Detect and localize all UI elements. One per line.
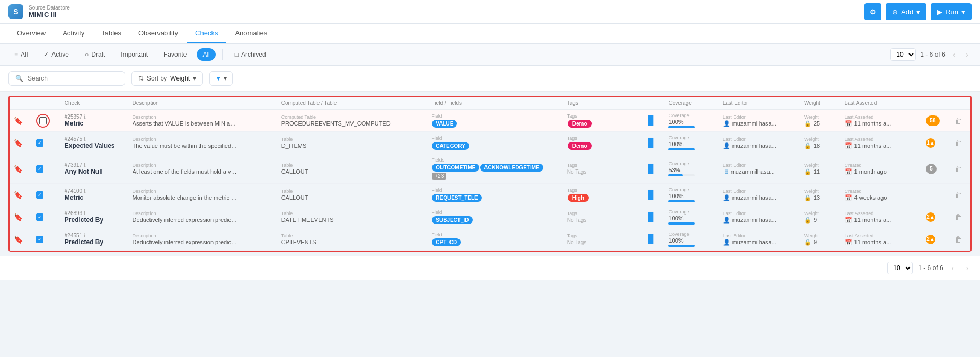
check-name[interactable]: Expected Values xyxy=(65,142,124,149)
field-tag: VALUE xyxy=(432,120,457,128)
tab-activity[interactable]: Activity xyxy=(54,24,93,43)
field-tag: REQUEST_TELE xyxy=(432,194,481,202)
col-actions xyxy=(950,97,970,110)
desc-text: At least one of the fields must hold a v… xyxy=(133,168,239,175)
bookmark-icon[interactable]: 🔖 xyxy=(14,165,23,173)
no-tags: No Tags xyxy=(567,169,587,175)
bookmark-icon[interactable]: 🔖 xyxy=(14,139,23,147)
filter-archived-label: Archived xyxy=(241,51,266,58)
weight-label: Weight xyxy=(804,189,836,194)
tag: High xyxy=(568,194,589,202)
filter-active[interactable]: ✓ Active xyxy=(38,48,75,61)
add-button[interactable]: ⊕ Add ▾ xyxy=(886,3,926,20)
next-page-bottom[interactable]: › xyxy=(963,263,972,273)
row-checkbox[interactable]: ✓ xyxy=(36,213,43,221)
table-row: 🔖✓#24551 ℹ Predicted ByDescription Deduc… xyxy=(10,228,970,251)
row-checkbox[interactable] xyxy=(39,117,47,124)
delete-icon[interactable]: 🗑 xyxy=(955,165,962,173)
coverage-bar-icon: ▊ xyxy=(648,138,655,147)
bookmark-icon[interactable]: 🔖 xyxy=(14,117,23,125)
badge-cell: 58 xyxy=(922,110,950,132)
tag: Demo xyxy=(568,120,592,128)
check-id: #24575 ℹ xyxy=(65,136,124,142)
tab-overview[interactable]: Overview xyxy=(8,24,54,43)
filter-favorite[interactable]: Favorite xyxy=(158,48,192,61)
field-label: Field xyxy=(431,113,559,119)
per-page-select-top[interactable]: 10 25 50 xyxy=(890,48,916,61)
filter-important[interactable]: Important xyxy=(115,48,154,61)
table-row: 🔖✓#74100 ℹ MetricDescription Monitor abs… xyxy=(10,184,970,206)
check-name[interactable]: Predicted By xyxy=(65,238,124,246)
coverage-icon-cell: ▊ xyxy=(644,228,664,251)
check-name[interactable]: Metric xyxy=(65,120,124,127)
coverage-bar-track xyxy=(668,245,695,247)
tab-tables[interactable]: Tables xyxy=(93,24,130,43)
bookmark-icon[interactable]: 🔖 xyxy=(14,235,23,244)
fields-tags: REQUEST_TELE xyxy=(431,193,559,202)
delete-icon[interactable]: 🗑 xyxy=(955,235,962,244)
alert-badge: 5 xyxy=(926,164,937,174)
tab-checks[interactable]: Checks xyxy=(187,24,226,43)
table-row: 🔖✓#73917 ℹ Any Not NullDescription At le… xyxy=(10,154,970,184)
coverage-bar-track xyxy=(668,174,695,176)
run-icon: ▶ xyxy=(937,8,942,16)
filter-all-selected[interactable]: All xyxy=(197,48,215,61)
check-name[interactable]: Any Not Null xyxy=(65,168,124,175)
sort-button[interactable]: ⇅ Sort by Weight ▾ xyxy=(131,71,203,86)
row-checkbox[interactable]: ✓ xyxy=(36,139,43,147)
tag: Demo xyxy=(568,142,592,150)
filter-archived[interactable]: □ Archived xyxy=(229,48,272,61)
calendar-icon: 📅 xyxy=(845,120,852,127)
search-input[interactable] xyxy=(28,75,118,82)
fields-cell: Field CPT_CD xyxy=(427,228,563,251)
actions-cell: 🗑 xyxy=(950,184,970,206)
weight-label: Weight xyxy=(804,163,836,168)
checkbox-cell xyxy=(32,110,60,132)
editor-cell: Last Editor 👤 muzammilhasa... xyxy=(719,206,800,228)
asserted-value: 📅 11 months a... xyxy=(845,120,917,127)
coverage-cell: Coverage 100% xyxy=(664,228,718,251)
filter-draft[interactable]: ○ Draft xyxy=(79,48,111,61)
field-tag: CATEGORY xyxy=(432,142,469,150)
next-page-top[interactable]: › xyxy=(963,49,972,60)
run-button[interactable]: ▶ Run ▾ xyxy=(931,3,972,20)
editor-icon: 👤 xyxy=(723,239,730,246)
check-name[interactable]: Predicted By xyxy=(65,216,124,224)
coverage-label: Coverage xyxy=(668,135,714,140)
bookmark-icon[interactable]: 🔖 xyxy=(14,191,23,199)
delete-icon[interactable]: 🗑 xyxy=(955,213,962,221)
plus-icon: ⊕ xyxy=(892,8,898,16)
tab-anomalies[interactable]: Anomalies xyxy=(226,24,276,43)
desc-label: Description xyxy=(133,211,273,216)
check-name[interactable]: Metric xyxy=(65,194,124,201)
delete-icon[interactable]: 🗑 xyxy=(955,139,962,147)
prev-page-top[interactable]: ‹ xyxy=(950,49,959,60)
bookmark-cell: 🔖 xyxy=(10,154,32,184)
editor-value: 👤 muzammilhasa... xyxy=(723,217,796,224)
row-checkbox[interactable]: ✓ xyxy=(36,191,43,199)
row-checkbox[interactable]: ✓ xyxy=(36,165,43,173)
editor-cell: Last Editor 👤 muzammilhasa... xyxy=(719,110,800,132)
per-page-select-bottom[interactable]: 10 25 50 xyxy=(887,262,913,274)
filter-all[interactable]: ≡ All xyxy=(8,48,33,61)
tab-observability[interactable]: Observability xyxy=(130,24,187,43)
delete-icon[interactable]: 🗑 xyxy=(955,191,962,199)
filter-bar: ≡ All ✓ Active ○ Draft Important Favorit… xyxy=(0,44,980,66)
desc-text: Monitor absolute change in the metric va… xyxy=(133,194,239,201)
delete-icon[interactable]: 🗑 xyxy=(955,117,962,125)
no-tags: No Tags xyxy=(567,239,587,245)
row-checkbox[interactable]: ✓ xyxy=(36,236,43,243)
weight-value: 🔒 25 xyxy=(804,120,836,127)
editor-icon: 👤 xyxy=(723,120,730,127)
coverage-bar-icon: ▊ xyxy=(648,235,655,244)
prev-page-bottom[interactable]: ‹ xyxy=(949,263,958,273)
editor-cell: Last Editor 👤 muzammilhasa... xyxy=(719,184,800,206)
asserted-cell: Created 📅 4 weeks ago xyxy=(841,184,922,206)
coverage-bar-icon: ▊ xyxy=(648,190,655,199)
col-checkbox xyxy=(32,97,60,110)
bookmark-icon[interactable]: 🔖 xyxy=(14,213,23,221)
settings-button[interactable]: ⚙ xyxy=(864,3,881,20)
tags-cell: TagsNo Tags xyxy=(563,228,644,251)
table-label: Computed Table xyxy=(281,114,423,120)
filter-button[interactable]: ▼ ▾ xyxy=(209,71,233,86)
